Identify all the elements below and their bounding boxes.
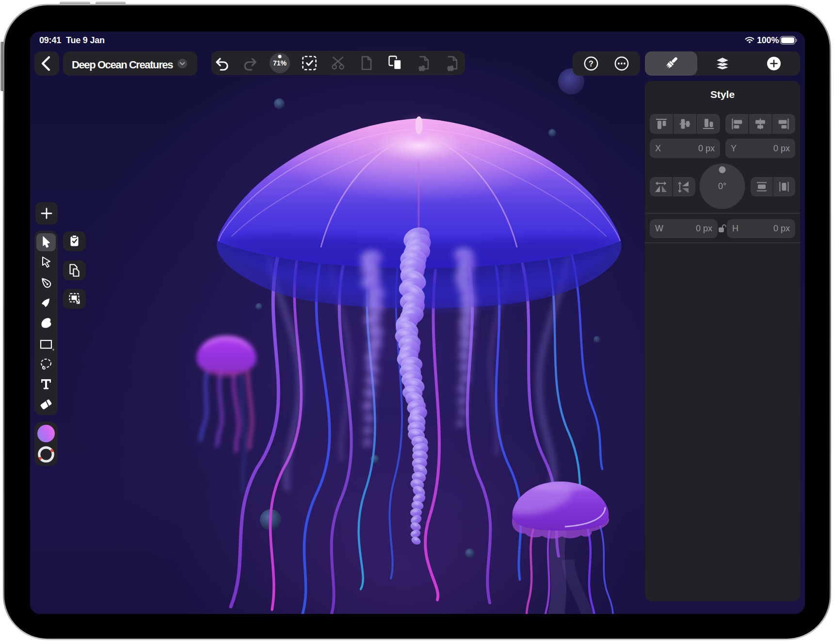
svg-text:0 px: 0 px [698, 144, 715, 153]
svg-text:71%: 71% [273, 59, 287, 67]
svg-text:0°: 0° [718, 181, 726, 191]
svg-text:W: W [655, 224, 663, 233]
svg-text:H: H [732, 224, 738, 233]
svg-text:Y: Y [731, 144, 737, 153]
svg-text:0 px: 0 px [773, 224, 790, 233]
svg-text:?: ? [589, 60, 593, 68]
svg-text:0 px: 0 px [773, 144, 790, 153]
svg-text:X: X [655, 144, 661, 153]
svg-text:0 px: 0 px [696, 224, 712, 233]
